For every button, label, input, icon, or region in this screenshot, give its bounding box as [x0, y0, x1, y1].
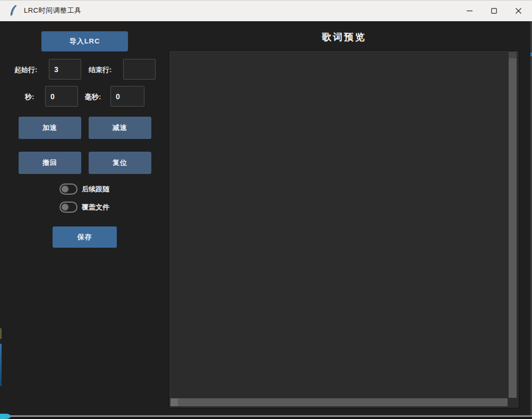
- lyrics-preview-text[interactable]: [171, 53, 506, 395]
- follow-toggle[interactable]: 后续跟随: [59, 184, 109, 195]
- seconds-input[interactable]: [45, 86, 78, 107]
- milliseconds-input[interactable]: [110, 86, 144, 107]
- start-line-input[interactable]: [49, 59, 81, 80]
- toggle-off-icon: [59, 184, 78, 195]
- end-line-input[interactable]: [123, 59, 156, 80]
- decelerate-button[interactable]: 减速: [89, 117, 151, 139]
- preview-title: 歌词预览: [169, 31, 519, 43]
- window-title: LRC时间调整工具: [24, 6, 82, 15]
- import-lrc-button[interactable]: 导入LRC: [41, 31, 128, 51]
- accelerate-button[interactable]: 加速: [19, 117, 81, 139]
- start-line-label: 起始行:: [14, 65, 37, 75]
- undo-button[interactable]: 撤回: [19, 152, 81, 174]
- reset-button[interactable]: 复位: [89, 152, 151, 174]
- window-controls: [457, 0, 530, 21]
- maximize-icon: [491, 8, 497, 14]
- maximize-button[interactable]: [482, 0, 506, 21]
- titlebar[interactable]: LRC时间调整工具: [0, 0, 532, 21]
- vertical-scrollbar-cap: [509, 52, 517, 58]
- seconds-label: 秒:: [25, 92, 34, 102]
- minimize-button[interactable]: [457, 0, 482, 21]
- end-line-label: 结束行:: [89, 65, 111, 75]
- window-top-edge: [0, 0, 532, 1]
- desktop-edge-sliver: [0, 328, 2, 339]
- python-feather-icon: [9, 5, 18, 16]
- taskbar-edge: [0, 417, 532, 419]
- horizontal-scrollbar-cap: [170, 398, 178, 406]
- taskbar-accent: [0, 414, 11, 419]
- close-icon: [516, 8, 521, 14]
- horizontal-scrollbar[interactable]: [170, 398, 508, 406]
- close-button[interactable]: [506, 0, 530, 21]
- follow-toggle-label: 后续跟随: [82, 185, 109, 194]
- app-window: LRC时间调整工具 导入LRC 起始行: 结束行: 秒: 毫秒: 加速 减速 撤…: [0, 0, 532, 419]
- overwrite-toggle-label: 覆盖文件: [82, 203, 109, 212]
- desktop-edge-sliver: [0, 344, 2, 386]
- vertical-scrollbar[interactable]: [509, 52, 517, 398]
- minimize-icon: [467, 8, 473, 14]
- lyrics-preview-area[interactable]: [169, 50, 519, 408]
- milliseconds-label: 毫秒:: [85, 92, 101, 102]
- overwrite-toggle[interactable]: 覆盖文件: [59, 202, 109, 213]
- save-button[interactable]: 保存: [53, 226, 117, 248]
- toggle-off-icon: [59, 202, 78, 213]
